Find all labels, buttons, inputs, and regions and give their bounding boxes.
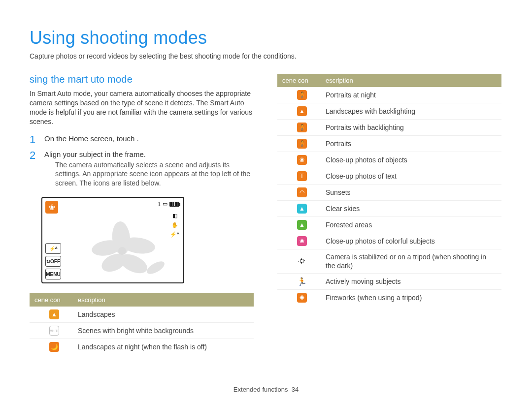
scene-description: Scenes with bright white backgrounds: [78, 326, 249, 335]
scene-icon: 🌙: [49, 342, 59, 352]
step-sub-text: The camera automatically selects a scene…: [44, 160, 254, 188]
flash-mode-button[interactable]: ⚡ᴬ: [45, 243, 61, 254]
scene-icon-cell: 🧍: [282, 139, 322, 149]
scene-icon: ▲: [49, 309, 59, 319]
scene-icon-cell: 🏃: [282, 277, 322, 286]
step-main-text: Align your subject in the frame.: [44, 150, 254, 158]
table-row: ❀Close-up photos of colorful subjects: [277, 233, 501, 249]
scene-description: Fireworks (when using a tripod): [326, 293, 497, 302]
scene-description: Landscapes with backlighting: [326, 107, 497, 116]
th-description: escription: [326, 77, 497, 84]
step-number: 1: [30, 134, 37, 145]
scene-icon: T: [297, 171, 307, 181]
scene-description: Clear skies: [326, 204, 497, 213]
scene-description: Sunsets: [326, 188, 497, 197]
left-column: sing the mart uto mode In Smart Auto mod…: [30, 74, 254, 355]
step-2: 2 Align your subject in the frame. The c…: [30, 150, 254, 188]
table-row: ▲Forested areas: [277, 217, 501, 233]
scene-description: Forested areas: [326, 220, 497, 229]
step-1: 1 On the Home screen, touch .: [30, 134, 254, 145]
scene-icon-cell: WHITE: [34, 326, 74, 336]
svg-point-5: [118, 247, 126, 255]
right-column: cene con escription 🧍Portraits at night▲…: [277, 74, 501, 355]
scene-description: Portraits at night: [326, 91, 497, 99]
exposure-icon: ◧: [172, 213, 177, 219]
shot-count: 1: [158, 201, 161, 207]
th-scene-icon: cene con: [282, 77, 322, 84]
scene-icon: 🧍: [297, 123, 307, 132]
scene-icon: 🏃: [297, 277, 307, 286]
th-scene-icon: cene con: [34, 296, 74, 304]
table-row: ▲Landscapes: [30, 307, 254, 323]
page-intro: Capture photos or record videos by selec…: [30, 52, 502, 60]
scene-description: Landscapes: [78, 310, 249, 319]
scene-icon-cell: T: [282, 171, 322, 181]
table-row: 🏃Actively moving subjects: [277, 274, 501, 290]
section-body: In Smart Auto mode, your camera automati…: [30, 89, 254, 126]
table-row: ◠Sunsets: [277, 185, 501, 201]
scene-icon: ❀: [297, 236, 307, 246]
th-description: escription: [78, 296, 249, 304]
stabilizer-icon: ✋: [171, 222, 178, 228]
scene-icon: 🧍: [297, 90, 307, 100]
step-list: 1 On the Home screen, touch . 2 Align yo…: [30, 134, 254, 188]
scene-description: Landscapes at night (when the flash is o…: [78, 342, 249, 351]
right-scene-table: cene con escription 🧍Portraits at night▲…: [277, 74, 501, 306]
scene-icon: ✺: [297, 293, 307, 303]
scene-icon: 🧍: [297, 139, 307, 149]
scene-icon-cell: ◠: [282, 187, 322, 197]
scene-description: Camera is stabilized or on a tripod (whe…: [326, 252, 497, 270]
scene-icon: ▲: [297, 220, 307, 230]
scene-icon: ▲: [297, 106, 307, 116]
timer-button[interactable]: ↻OFF: [45, 256, 61, 267]
step-number: 2: [30, 150, 37, 188]
table-row: ▲Landscapes with backlighting: [277, 103, 501, 120]
memory-icon: ▭: [163, 201, 167, 207]
scene-description: Close-up photos of colorful subjects: [326, 237, 497, 246]
scene-description: Portraits with backlighting: [326, 123, 497, 132]
scene-icon-cell: ▲: [34, 309, 74, 319]
table-row: 🧍Portraits at night: [277, 87, 501, 103]
macro-flower-icon: ❀: [45, 201, 58, 214]
scene-icon: ◠: [297, 187, 307, 197]
scene-icon: ▲: [297, 204, 307, 214]
scene-icon-cell: ▲: [282, 220, 322, 230]
scene-icon-cell: ▲: [282, 106, 322, 116]
table-row: ⛮Camera is stabilized or on a tripod (wh…: [277, 249, 501, 274]
footer-section: Extended functions: [233, 386, 288, 393]
table-row: WHITEScenes with bright white background…: [30, 323, 254, 339]
table-row: ❀Close-up photos of objects: [277, 152, 501, 168]
footer-page-number: 34: [292, 386, 299, 393]
scene-icon: ❀: [297, 155, 307, 165]
svg-point-6: [145, 259, 166, 277]
scene-icon-cell: ⛮: [282, 256, 322, 266]
table-row: 🌙Landscapes at night (when the flash is …: [30, 339, 254, 355]
battery-icon: [169, 202, 179, 207]
scene-icon-cell: ❀: [282, 155, 322, 165]
flash-indicator-icon: ⚡ᴬ: [170, 231, 179, 238]
table-row: ✺Fireworks (when using a tripod): [277, 290, 501, 306]
scene-icon-cell: ✺: [282, 293, 322, 303]
camera-preview-figure: ❀ 1 ▭ ◧ ✋ ⚡ᴬ: [41, 197, 184, 283]
scene-icon: WHITE: [49, 326, 59, 336]
table-header: cene con escription: [30, 293, 254, 307]
scene-description: Portraits: [326, 139, 497, 148]
page-footer: Extended functions 34: [0, 386, 532, 393]
flower-illustration: [87, 218, 166, 278]
left-scene-table: cene con escription ▲LandscapesWHITEScen…: [30, 293, 254, 355]
table-row: ▲Clear skies: [277, 201, 501, 217]
table-row: TClose-up photos of text: [277, 168, 501, 185]
table-row: 🧍Portraits: [277, 136, 501, 152]
scene-description: Close-up photos of text: [326, 172, 497, 181]
menu-button[interactable]: MENU: [45, 269, 61, 279]
table-header: cene con escription: [277, 74, 501, 87]
scene-icon-cell: 🧍: [282, 123, 322, 132]
scene-description: Close-up photos of objects: [326, 155, 497, 164]
scene-icon-cell: ❀: [282, 236, 322, 246]
scene-icon-cell: ▲: [282, 204, 322, 214]
step-main-text: On the Home screen, touch .: [44, 134, 254, 143]
section-title: sing the mart uto mode: [30, 74, 254, 85]
scene-icon: ⛮: [297, 256, 307, 266]
scene-icon-cell: 🌙: [34, 342, 74, 352]
page-title: Using shooting modes: [30, 28, 502, 48]
